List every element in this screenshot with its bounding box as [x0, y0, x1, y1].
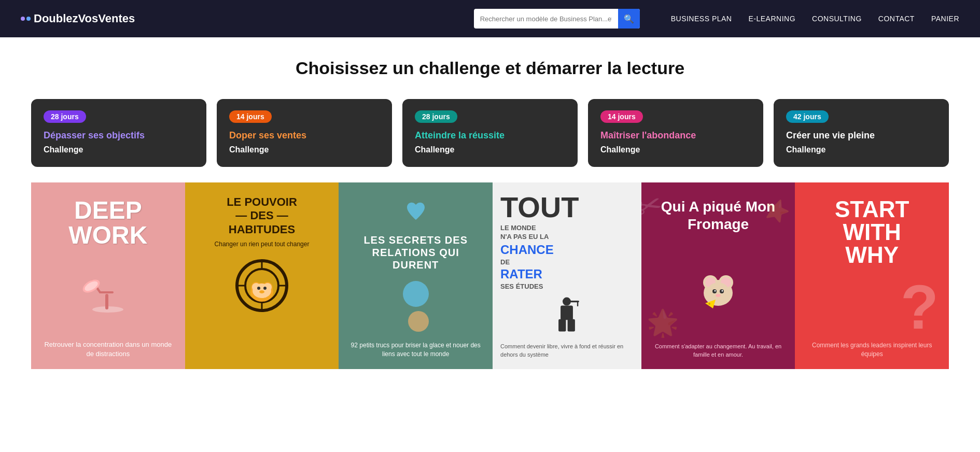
logo-dots: [21, 17, 31, 21]
nav-panier[interactable]: PANIER: [931, 15, 959, 23]
search-icon: 🔍: [624, 14, 634, 24]
book-6-subtitle: Comment les grands leaders inspirent leu…: [805, 341, 939, 359]
svg-rect-1: [105, 294, 108, 309]
challenge-badge-depasser: 28 jours: [44, 110, 86, 123]
book-6-title-group: START WITH WHY: [835, 198, 909, 266]
lamp-icon: [82, 273, 134, 315]
book-5-pattern: ✂ ⭐ 🌟: [641, 182, 795, 369]
challenge-card-depasser[interactable]: 28 jours Dépasser ses objectifs Challeng…: [31, 99, 206, 167]
challenge-title-doper: Doper ses ventes: [229, 130, 380, 141]
book-3-title: LES SECRETS DES RELATIONS QUI DURENT: [349, 234, 482, 271]
challenge-type-maitriser: Challenge: [600, 145, 751, 154]
svg-rect-25: [558, 319, 566, 331]
book-fromage[interactable]: ✂ ⭐ 🌟 Qui A piqué Mon Fromage: [641, 182, 795, 369]
book-tout-le-monde[interactable]: TOUT LE MONDEN'A PAS EU LA CHANCE DE RAT…: [493, 182, 641, 369]
svg-point-19: [263, 287, 267, 290]
search-bar: 🔍: [474, 9, 640, 29]
logo-dot-blue: [26, 17, 31, 21]
navbar: DoublezVosVentes 🔍 BUSINESS PLAN E-LEARN…: [0, 0, 980, 37]
book-4-de: DE: [500, 258, 634, 266]
nav-business-plan[interactable]: BUSINESS PLAN: [671, 15, 732, 23]
svg-rect-24: [561, 305, 573, 320]
book-2-title: LE POUVOIR— DES —HABITUDES: [227, 195, 297, 236]
nav-contact[interactable]: CONTACT: [878, 15, 915, 23]
logo-text: DoublezVosVentes: [34, 12, 135, 25]
svg-point-20: [259, 290, 264, 293]
challenge-type-doper: Challenge: [229, 145, 380, 154]
challenge-type-atteindre: Challenge: [415, 145, 565, 154]
challenge-title-atteindre: Atteindre la réussite: [415, 130, 565, 141]
book-secrets-relations[interactable]: LES SECRETS DES RELATIONS QUI DURENT 92 …: [339, 182, 493, 369]
book-1-title-line2: WORK: [68, 223, 147, 248]
bubble-tan: [408, 311, 429, 332]
challenge-card-creer[interactable]: 42 jours Créer une vie pleine Challenge: [774, 99, 949, 167]
challenge-title-depasser: Dépasser ses objectifs: [44, 130, 194, 141]
challenge-badge-atteindre: 28 jours: [415, 110, 457, 123]
svg-point-18: [257, 287, 260, 290]
search-button[interactable]: 🔍: [618, 9, 640, 29]
book-4-subtitle: Comment devenir libre, vivre à fond et r…: [500, 343, 634, 359]
book-4-rater: RATER: [500, 268, 634, 280]
books-row: DEEP WORK Retrouver la concentration dan…: [31, 182, 949, 369]
main-content: Choisissez un challenge et démarrer la l…: [0, 37, 980, 369]
svg-rect-22: [563, 301, 579, 302]
book-1-subtitle: Retrouver la concentration dans un monde…: [41, 340, 175, 359]
book-deep-work[interactable]: DEEP WORK Retrouver la concentration dan…: [31, 182, 185, 369]
challenge-title-creer: Créer une vie pleine: [786, 130, 936, 141]
chat-bubbles: [403, 281, 429, 332]
book-2-subtitle: Changer un rien peut tout changer: [215, 241, 310, 248]
svg-rect-26: [568, 319, 575, 331]
nav-consulting[interactable]: CONSULTING: [812, 15, 862, 23]
graduate-silhouette-icon: [551, 296, 582, 338]
book-6-line3: WHY: [835, 244, 909, 266]
challenge-card-maitriser[interactable]: 14 jours Maîtriser l'abondance Challenge: [588, 99, 763, 167]
book-6-line2: WITH: [835, 221, 909, 244]
challenge-type-depasser: Challenge: [44, 145, 194, 154]
page-title: Choisissez un challenge et démarrer la l…: [31, 58, 949, 78]
challenge-card-atteindre[interactable]: 28 jours Atteindre la réussite Challenge: [402, 99, 578, 167]
book-4-line2: LE MONDEN'A PAS EU LA: [500, 224, 634, 242]
challenge-badge-creer: 42 jours: [786, 110, 829, 123]
book-pouvoir-habitudes[interactable]: LE POUVOIR— DES —HABITUDES Changer un ri…: [185, 182, 339, 369]
nav-links: BUSINESS PLAN E-LEARNING CONSULTING CONT…: [671, 15, 959, 23]
challenge-card-doper[interactable]: 14 jours Doper ses ventes Challenge: [217, 99, 392, 167]
book-3-subtitle: 92 petits trucs pour briser la glace et …: [349, 341, 482, 359]
logo-dot-purple: [21, 17, 25, 21]
hamster-wheel-icon: [233, 257, 290, 314]
bubble-blue: [403, 281, 429, 307]
challenge-badge-maitriser: 14 jours: [600, 110, 643, 123]
logo[interactable]: DoublezVosVentes: [21, 12, 135, 25]
challenge-title-maitriser: Maîtriser l'abondance: [600, 130, 751, 141]
search-input[interactable]: [474, 15, 618, 23]
book-4-etudes: SES ÉTUDES: [500, 282, 634, 291]
book-start-with-why[interactable]: START WITH WHY ? Comment les grands lead…: [795, 182, 949, 369]
svg-rect-23: [577, 301, 578, 306]
book-1-title-line1: DEEP: [74, 198, 142, 223]
book-1-title-group: DEEP WORK: [68, 198, 147, 248]
challenge-badge-doper: 14 jours: [229, 110, 272, 123]
challenges-row: 28 jours Dépasser ses objectifs Challeng…: [31, 99, 949, 167]
book-4-chance: CHANCE: [500, 244, 634, 256]
challenge-type-creer: Challenge: [786, 145, 936, 154]
question-mark-icon: ?: [901, 276, 939, 338]
heart-icon: [403, 198, 429, 224]
svg-rect-2: [100, 291, 114, 293]
book-4-tout: TOUT: [500, 193, 634, 222]
book-6-line1: START: [835, 198, 909, 221]
nav-e-learning[interactable]: E-LEARNING: [748, 15, 795, 23]
